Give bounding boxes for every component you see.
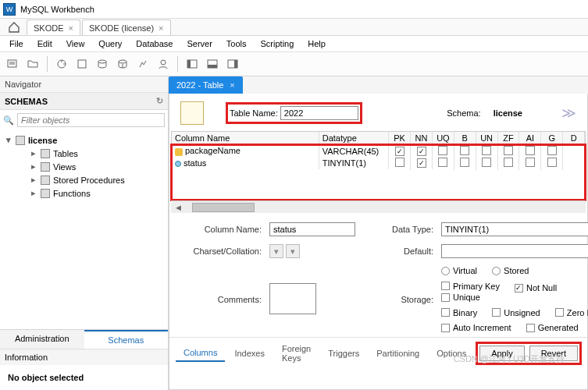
- tree-functions[interactable]: ▸Functions: [2, 186, 166, 200]
- tab-options[interactable]: Options: [429, 346, 474, 361]
- tab-triggers[interactable]: Triggers: [320, 346, 367, 361]
- check-zero-fill[interactable]: Zero Fill: [555, 308, 588, 317]
- charset-dropdown[interactable]: ▾: [269, 244, 283, 258]
- tab-foreign-keys[interactable]: Foreign Keys: [274, 341, 319, 366]
- col-header-name[interactable]: Column Name: [172, 132, 319, 144]
- col-header-d[interactable]: D: [563, 132, 585, 144]
- close-icon[interactable]: ×: [230, 80, 234, 90]
- check-primary-key[interactable]: Primary Key: [441, 282, 500, 291]
- check-binary[interactable]: Binary: [441, 308, 477, 317]
- horizontal-scrollbar[interactable]: ◄: [171, 200, 586, 213]
- col-header-un[interactable]: UN: [476, 132, 498, 144]
- expand-collapse-icon[interactable]: ≫: [561, 105, 576, 122]
- col-header-b[interactable]: B: [454, 132, 476, 144]
- menu-query[interactable]: Query: [92, 37, 128, 50]
- tree-views[interactable]: ▸Views: [2, 160, 166, 173]
- checkbox[interactable]: [526, 158, 535, 167]
- tab-schemas[interactable]: Schemas: [84, 330, 169, 349]
- open-sql-script-button[interactable]: [23, 55, 42, 73]
- users-button[interactable]: [154, 55, 173, 73]
- data-export-button[interactable]: [93, 55, 112, 73]
- checkbox[interactable]: [547, 158, 557, 167]
- expand-icon[interactable]: ▾: [5, 135, 12, 145]
- check-not-null[interactable]: ✓Not Null: [515, 283, 557, 292]
- reconnect-button[interactable]: [52, 55, 71, 73]
- checkbox[interactable]: [482, 146, 491, 155]
- checkbox[interactable]: [547, 146, 557, 155]
- menu-view[interactable]: View: [60, 37, 91, 50]
- check-generated[interactable]: Generated: [526, 323, 579, 332]
- menu-scripting[interactable]: Scripting: [255, 37, 301, 50]
- tab-administration[interactable]: Administration: [0, 330, 84, 349]
- col-header-ai[interactable]: AI: [519, 132, 541, 144]
- default-input[interactable]: [441, 244, 588, 258]
- checkbox[interactable]: [460, 158, 469, 167]
- checkbox[interactable]: [438, 146, 447, 155]
- checkbox[interactable]: [526, 146, 535, 155]
- conn-tab-1[interactable]: SKODE (license) ×: [82, 20, 171, 35]
- checkbox[interactable]: [438, 158, 447, 167]
- check-auto-increment[interactable]: Auto Increment: [441, 323, 511, 332]
- checkbox[interactable]: [482, 158, 491, 167]
- check-unique[interactable]: Unique: [441, 292, 480, 302]
- conn-tab-0[interactable]: SKODE ×: [27, 20, 80, 35]
- data-import-button[interactable]: [113, 55, 132, 73]
- apply-button[interactable]: Apply: [479, 346, 525, 361]
- menu-edit[interactable]: Edit: [31, 37, 59, 50]
- datatype-input[interactable]: [441, 222, 588, 236]
- tab-indexes[interactable]: Indexes: [226, 346, 273, 361]
- checkbox[interactable]: [395, 158, 404, 167]
- col-header-uq[interactable]: UQ: [433, 132, 454, 144]
- checkbox[interactable]: ✓: [417, 158, 426, 168]
- close-icon[interactable]: ×: [159, 23, 163, 33]
- server-status-button[interactable]: [134, 55, 152, 73]
- revert-button[interactable]: Revert: [529, 346, 578, 361]
- panel-bottom-button[interactable]: [203, 55, 222, 73]
- close-icon[interactable]: ×: [69, 23, 73, 33]
- editor-tab-active[interactable]: 2022 - Table ×: [169, 76, 243, 94]
- scroll-thumb[interactable]: [192, 203, 255, 212]
- collation-dropdown[interactable]: ▾: [286, 244, 300, 258]
- refresh-icon[interactable]: ↻: [156, 96, 163, 106]
- expand-icon[interactable]: ▸: [30, 175, 37, 185]
- new-sql-tab-button[interactable]: [3, 55, 22, 73]
- panel-left-button[interactable]: [183, 55, 201, 73]
- table-row[interactable]: statusTINYINT(1)✓: [172, 157, 585, 168]
- col-header-type[interactable]: Datatype: [319, 132, 389, 144]
- columns-body[interactable]: packageNameVARCHAR(45)✓✓statusTINYINT(1)…: [172, 145, 585, 200]
- home-tab[interactable]: [3, 20, 25, 35]
- expand-icon[interactable]: ▸: [30, 161, 37, 172]
- checkbox[interactable]: [504, 158, 513, 167]
- panel-right-button[interactable]: [223, 55, 242, 73]
- checkbox[interactable]: ✓: [417, 147, 426, 156]
- checkbox[interactable]: [504, 146, 513, 155]
- tree-stored-procedures[interactable]: ▸Stored Procedures: [2, 173, 166, 186]
- schema-tree[interactable]: ▾ license ▸Tables ▸Views ▸Stored Procedu…: [0, 130, 168, 329]
- radio-virtual[interactable]: Virtual: [441, 266, 477, 275]
- scroll-left-icon[interactable]: ◄: [171, 203, 186, 212]
- radio-stored[interactable]: Stored: [492, 266, 529, 275]
- menu-help[interactable]: Help: [301, 37, 332, 50]
- col-header-nn[interactable]: NN: [411, 132, 433, 144]
- table-name-input[interactable]: [280, 106, 358, 120]
- comments-input[interactable]: [269, 283, 316, 314]
- tab-columns[interactable]: Columns: [176, 345, 225, 362]
- expand-icon[interactable]: ▸: [30, 148, 37, 158]
- db-node[interactable]: ▾ license: [2, 133, 166, 147]
- menu-database[interactable]: Database: [130, 37, 179, 50]
- menu-server[interactable]: Server: [180, 37, 218, 50]
- tab-partitioning[interactable]: Partitioning: [369, 346, 427, 361]
- admin-button[interactable]: [73, 55, 91, 73]
- col-header-pk[interactable]: PK: [389, 132, 411, 144]
- tree-tables[interactable]: ▸Tables: [2, 147, 166, 160]
- expand-icon[interactable]: ▸: [30, 188, 37, 198]
- menu-file[interactable]: File: [3, 37, 30, 50]
- filter-input[interactable]: [17, 113, 165, 127]
- col-header-zf[interactable]: ZF: [498, 132, 520, 144]
- checkbox[interactable]: [460, 146, 469, 155]
- column-name-input[interactable]: [269, 222, 355, 236]
- check-unsigned[interactable]: Unsigned: [492, 308, 540, 317]
- checkbox[interactable]: ✓: [395, 147, 404, 156]
- col-header-g[interactable]: G: [541, 132, 563, 144]
- menu-tools[interactable]: Tools: [220, 37, 253, 50]
